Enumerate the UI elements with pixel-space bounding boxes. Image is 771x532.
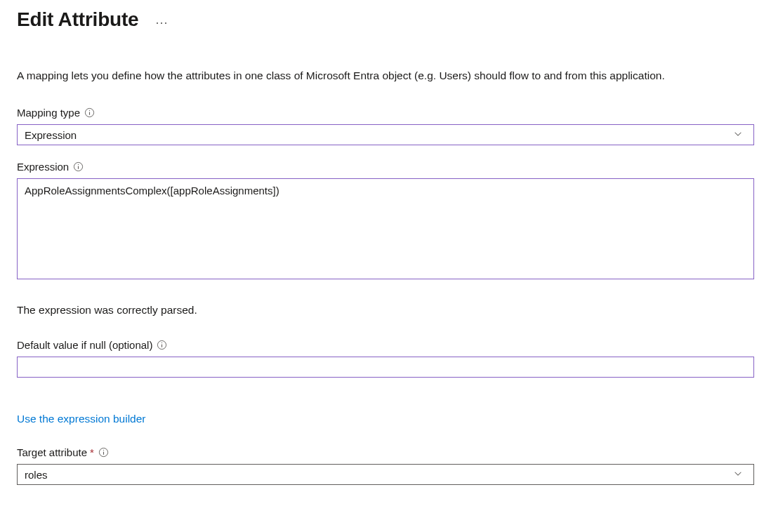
mapping-type-select[interactable] <box>17 124 754 145</box>
default-value-label: Default value if null (optional) <box>17 339 152 351</box>
info-icon[interactable] <box>98 447 109 458</box>
expression-textarea[interactable] <box>17 178 754 279</box>
target-attribute-select[interactable] <box>17 464 754 485</box>
target-attribute-label: Target attribute <box>17 446 87 458</box>
info-icon[interactable] <box>73 161 84 172</box>
expression-label: Expression <box>17 161 69 173</box>
mapping-type-label: Mapping type <box>17 107 80 119</box>
more-actions-icon[interactable]: ··· <box>155 11 168 29</box>
page-description: A mapping lets you define how the attrib… <box>17 67 754 84</box>
page-title: Edit Attribute <box>17 8 138 31</box>
svg-point-8 <box>162 343 162 343</box>
mapping-type-field: Mapping type <box>17 107 754 145</box>
expression-parse-status: The expression was correctly parsed. <box>17 304 754 317</box>
expression-field: Expression <box>17 161 754 281</box>
target-attribute-field: Target attribute * <box>17 446 754 485</box>
svg-point-11 <box>103 450 104 451</box>
info-icon[interactable] <box>157 340 167 350</box>
svg-point-2 <box>89 110 90 111</box>
svg-point-5 <box>78 164 79 165</box>
required-indicator: * <box>90 446 94 458</box>
default-value-field: Default value if null (optional) <box>17 339 754 378</box>
info-icon[interactable] <box>84 107 95 118</box>
expression-builder-link[interactable]: Use the expression builder <box>17 413 146 425</box>
default-value-input[interactable] <box>17 357 754 378</box>
